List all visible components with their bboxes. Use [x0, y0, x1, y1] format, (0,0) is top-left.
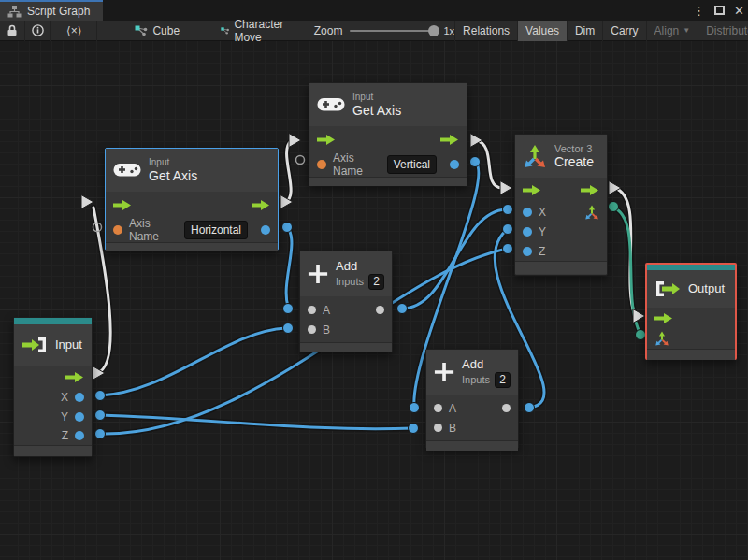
node-input-event[interactable]: Input X Y Z	[13, 317, 93, 457]
value-port-x[interactable]	[75, 393, 84, 402]
node-get-axis-vertical[interactable]: Input Get Axis Axis Name Vertical	[309, 82, 468, 185]
vector3-icon	[523, 144, 547, 168]
graph-asset-icon	[135, 25, 148, 36]
wire-endpoint[interactable]	[410, 403, 420, 413]
node-header: Output	[647, 270, 735, 308]
axis-name-field[interactable]: Horizontal	[184, 221, 248, 239]
graph-canvas[interactable]: Input X Y Z	[0, 41, 748, 560]
result-port[interactable]	[261, 225, 270, 235]
input-port-x[interactable]	[523, 208, 532, 217]
unconnected-port-ring[interactable]	[296, 156, 305, 165]
port-row: X	[14, 388, 92, 407]
info-button[interactable]	[25, 21, 51, 41]
flow-wire-arrow-icon[interactable]	[81, 195, 94, 209]
inputs-count-field[interactable]: 2	[368, 274, 384, 290]
add-icon	[308, 263, 328, 285]
wire	[285, 141, 291, 202]
toggle-values[interactable]: Values	[517, 21, 567, 41]
zoom-control: Zoom 1x	[314, 24, 454, 37]
vector3-input-port[interactable]	[654, 331, 669, 346]
wire-endpoint[interactable]	[503, 205, 513, 215]
flow-out-icon[interactable]	[440, 135, 459, 145]
sum-port[interactable]	[376, 306, 384, 314]
input-port-z[interactable]	[523, 247, 532, 256]
node-output-event[interactable]: Output	[645, 263, 737, 360]
value-port-z[interactable]	[75, 431, 84, 440]
flow-wire-arrow-icon[interactable]	[470, 134, 482, 148]
flow-row	[309, 126, 467, 152]
wire-endpoint[interactable]	[283, 304, 294, 314]
wire-endpoint[interactable]	[503, 244, 513, 254]
maximize-icon[interactable]	[714, 6, 725, 15]
flow-wire-arrow-icon[interactable]	[280, 195, 293, 209]
menu-align[interactable]: Align▼	[646, 21, 698, 41]
axis-name-port[interactable]	[113, 225, 122, 235]
axis-name-field[interactable]: Vertical	[387, 155, 437, 174]
node-footer	[300, 342, 392, 352]
zoom-slider-handle[interactable]	[428, 25, 439, 36]
code-view-button[interactable]: ⟨×⟩	[51, 21, 97, 41]
flow-in-icon[interactable]	[113, 200, 132, 210]
flow-out-icon[interactable]	[252, 200, 270, 210]
port-label: B	[323, 323, 330, 337]
inputs-count-field[interactable]: 2	[495, 372, 511, 388]
toggle-dim[interactable]: Dim	[567, 21, 602, 41]
port-label: Z	[62, 429, 68, 442]
flow-wire-arrow-icon[interactable]	[633, 309, 645, 323]
flow-wire-arrow-icon[interactable]	[500, 181, 512, 195]
input-port-b[interactable]	[434, 424, 442, 432]
input-port-a[interactable]	[434, 404, 442, 412]
param-label: Axis Name	[129, 217, 178, 243]
vector3-result-port[interactable]	[584, 205, 599, 220]
input-port-b[interactable]	[308, 325, 316, 334]
wire-endpoint[interactable]	[95, 410, 106, 421]
wire-endpoint[interactable]	[282, 223, 293, 233]
toggle-carry[interactable]: Carry	[602, 21, 645, 41]
port-label: X	[61, 391, 68, 404]
zoom-slider[interactable]	[350, 30, 436, 32]
flow-in-icon[interactable]	[523, 185, 541, 195]
node-title: Get Axis	[149, 168, 197, 183]
wire-endpoint[interactable]	[409, 424, 419, 434]
wire-endpoint[interactable]	[636, 330, 646, 340]
flow-in-icon[interactable]	[654, 313, 673, 323]
flow-wire-arrow-icon[interactable]	[93, 366, 105, 381]
node-vector3-create[interactable]: Vector 3 Create X	[514, 134, 608, 276]
breadcrumb-graph-character-move[interactable]: Character Move	[211, 18, 297, 44]
wire-endpoint[interactable]	[95, 429, 106, 439]
close-icon[interactable]: ✕	[734, 5, 744, 17]
flow-port-icon[interactable]	[65, 372, 84, 382]
port-label: Z	[539, 245, 545, 258]
tab-script-graph[interactable]: Script Graph	[0, 0, 103, 21]
wire-endpoint[interactable]	[470, 157, 481, 167]
flow-wire-arrow-icon[interactable]	[289, 134, 301, 148]
flow-row	[106, 192, 278, 218]
result-port[interactable]	[450, 160, 459, 169]
wire-endpoint[interactable]	[283, 323, 294, 334]
wire-endpoint[interactable]	[525, 403, 535, 413]
unconnected-port-ring[interactable]	[94, 223, 102, 232]
wire	[286, 227, 292, 307]
input-port-y[interactable]	[523, 227, 532, 237]
node-category: Vector 3	[554, 143, 594, 154]
wire-endpoint[interactable]	[397, 304, 408, 314]
wire-endpoint[interactable]	[95, 391, 106, 401]
wire-endpoint[interactable]	[609, 202, 619, 212]
node-add-2[interactable]: Add Inputs 2 A B	[425, 349, 519, 449]
wire-endpoint[interactable]	[503, 224, 513, 235]
sum-port[interactable]	[502, 404, 511, 412]
flow-in-icon[interactable]	[317, 135, 336, 145]
node-get-axis-horizontal[interactable]: Input Get Axis Axis Name Horizontal	[105, 148, 279, 251]
node-add-1[interactable]: Add Inputs 2 A B	[299, 251, 393, 352]
axis-name-port[interactable]	[317, 160, 326, 169]
toggle-relations[interactable]: Relations	[454, 21, 517, 41]
breadcrumb-graph-cube[interactable]: Cube	[125, 24, 189, 37]
input-port-a[interactable]	[308, 306, 316, 314]
flow-out-icon[interactable]	[581, 185, 599, 195]
more-icon[interactable]: ⋮	[693, 5, 705, 17]
flow-wire-arrow-icon[interactable]	[609, 181, 621, 195]
port-row	[647, 328, 735, 349]
value-port-y[interactable]	[75, 412, 84, 422]
menu-distribute[interactable]: Distribute▼	[698, 21, 748, 41]
lock-button[interactable]	[0, 21, 25, 41]
